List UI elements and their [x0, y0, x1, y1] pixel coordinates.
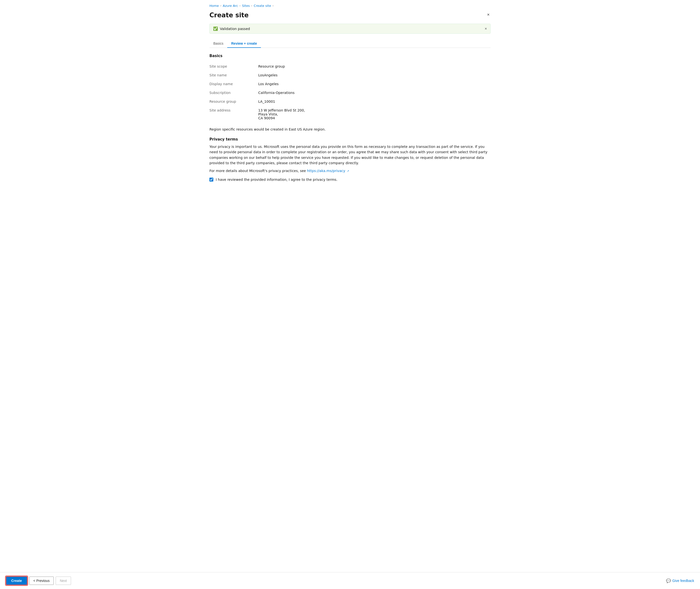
label-site-scope: Site scope	[209, 64, 258, 68]
breadcrumb-sep-3: ›	[251, 4, 252, 7]
breadcrumb-sep-2: ›	[239, 4, 240, 7]
label-site-name: Site name	[209, 73, 258, 77]
breadcrumb: Home › Azure Arc › Sites › Create site ›	[209, 4, 491, 8]
privacy-section: Privacy terms Your privacy is important …	[209, 137, 491, 182]
value-display-name: Los Angeles	[258, 82, 491, 86]
value-site-address: 13 W Jefferson Blvd St 200,Playa Vista,C…	[258, 108, 491, 120]
field-resource-group: Resource group LA_10001	[209, 97, 491, 106]
feedback-label: Give feedback	[672, 579, 694, 583]
create-button[interactable]: Create	[6, 576, 27, 585]
page-header: Create site ×	[209, 11, 491, 19]
external-link-icon: ↗	[347, 170, 349, 173]
value-subscription: California-Operations	[258, 91, 491, 95]
privacy-link[interactable]: https://aka.ms/privacy	[307, 169, 345, 173]
privacy-link-row: For more details about Microsoft's priva…	[209, 169, 491, 173]
validation-text: Validation passed	[220, 27, 250, 31]
tab-basics[interactable]: Basics	[209, 39, 227, 48]
field-subscription: Subscription California-Operations	[209, 88, 491, 97]
region-note: Region specific resources would be creat…	[209, 127, 491, 131]
field-display-name: Display name Los Angeles	[209, 79, 491, 88]
basics-section-title: Basics	[209, 54, 491, 58]
label-site-address: Site address	[209, 108, 258, 120]
privacy-checkbox-label: I have reviewed the provided information…	[216, 178, 338, 182]
feedback-icon: 💬	[666, 579, 671, 583]
tab-review-create[interactable]: Review + create	[227, 39, 261, 48]
tabs-container: Basics Review + create	[209, 39, 491, 48]
breadcrumb-sep-1: ›	[220, 4, 221, 7]
privacy-body: Your privacy is important to us. Microso…	[209, 144, 491, 166]
label-resource-group: Resource group	[209, 100, 258, 104]
validation-left: ✅ Validation passed	[213, 26, 250, 31]
previous-button[interactable]: < Previous	[29, 577, 54, 585]
field-site-scope: Site scope Resource group	[209, 62, 491, 71]
value-site-name: LosAngeles	[258, 73, 491, 77]
footer: Create < Previous Next 💬 Give feedback	[0, 572, 700, 589]
breadcrumb-home[interactable]: Home	[209, 4, 219, 8]
label-subscription: Subscription	[209, 91, 258, 95]
breadcrumb-create-site[interactable]: Create site	[254, 4, 271, 8]
close-button[interactable]: ×	[486, 11, 491, 18]
next-button: Next	[56, 577, 71, 585]
label-display-name: Display name	[209, 82, 258, 86]
privacy-link-prefix: For more details about Microsoft's priva…	[209, 169, 307, 173]
breadcrumb-sites[interactable]: Sites	[242, 4, 250, 8]
give-feedback-button[interactable]: 💬 Give feedback	[666, 579, 694, 583]
breadcrumb-sep-4: ›	[273, 4, 274, 7]
value-resource-group: LA_10001	[258, 100, 491, 104]
validation-banner: ✅ Validation passed ×	[209, 24, 491, 34]
breadcrumb-azure-arc[interactable]: Azure Arc	[223, 4, 238, 8]
validation-close-button[interactable]: ×	[485, 27, 487, 31]
content-area: Basics Site scope Resource group Site na…	[209, 54, 491, 209]
privacy-title: Privacy terms	[209, 137, 491, 142]
field-site-address: Site address 13 W Jefferson Blvd St 200,…	[209, 106, 491, 123]
field-site-name: Site name LosAngeles	[209, 71, 491, 79]
privacy-checkbox[interactable]	[209, 178, 213, 182]
checkbox-row: I have reviewed the provided information…	[209, 178, 491, 182]
footer-left: Create < Previous Next	[6, 576, 71, 585]
page-title: Create site	[209, 11, 249, 19]
value-site-scope: Resource group	[258, 64, 491, 68]
validation-check-icon: ✅	[213, 26, 218, 31]
